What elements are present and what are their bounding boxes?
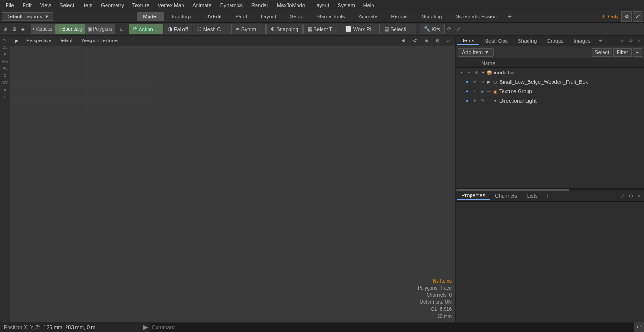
item-eye-texture[interactable]: ● xyxy=(463,88,471,95)
item-ref-mesh[interactable]: ⊕ xyxy=(479,78,486,86)
vertices-btn[interactable]: • Vertices xyxy=(31,24,55,34)
viewport-canvas[interactable]: 2 X Z No Items Polygons : Face Channels:… xyxy=(10,46,455,322)
symmetry-btn[interactable]: ⇔ Symm ... xyxy=(231,24,266,34)
sidebar-item-p[interactable]: P xyxy=(1,51,9,57)
vp-rotate-icon[interactable]: ↺ xyxy=(410,38,420,44)
tab-mesh-ops[interactable]: Mesh Ops xyxy=(479,37,512,45)
select-tool-btn[interactable]: ▦ Select T... xyxy=(303,24,340,34)
kits-btn[interactable]: 🔧 Kits xyxy=(420,24,445,34)
snap-toggle-btn[interactable]: ◈ xyxy=(19,24,27,34)
command-input[interactable] xyxy=(150,323,634,332)
item-row-root[interactable]: ● + ⊕ ▼ 📦 modo.lxo xyxy=(456,68,644,77)
props-close-icon[interactable]: × xyxy=(636,192,643,200)
item-eye2-light[interactable]: + xyxy=(471,97,479,105)
panel-close-icon[interactable]: × xyxy=(636,37,643,45)
action-btn[interactable]: ⟳ Action ... xyxy=(129,24,163,34)
tab-shading[interactable]: Shading xyxy=(513,37,541,45)
tab-images[interactable]: Images xyxy=(569,37,595,45)
square-btn[interactable]: □ xyxy=(118,24,125,34)
item-ref-root[interactable]: ⊕ xyxy=(473,69,480,76)
item-ref-light[interactable]: ⊕ xyxy=(479,97,486,105)
layout-tab-scripting[interactable]: Scripting xyxy=(415,12,449,21)
items-filter-btn[interactable]: Filter xyxy=(613,48,631,57)
menu-animate[interactable]: Animate xyxy=(189,1,215,9)
layout-tab-topology[interactable]: Topology xyxy=(165,12,198,21)
props-settings-icon[interactable]: ⚙ xyxy=(627,192,635,200)
layout-tab-uvedit[interactable]: UVEdit xyxy=(199,12,228,21)
vp-maximize-icon[interactable]: ⤢ xyxy=(444,38,454,44)
menu-system[interactable]: System xyxy=(334,1,359,9)
vp-toggle-btn[interactable]: ▶ xyxy=(12,38,22,44)
layout-tab-setup[interactable]: Setup xyxy=(283,12,310,21)
menu-geometry[interactable]: Geometry xyxy=(97,1,127,9)
items-select-btn[interactable]: Select xyxy=(592,48,613,57)
menu-dynamics[interactable]: Dynamics xyxy=(216,1,247,9)
vp-texture-btn[interactable]: Viewport Textures xyxy=(78,38,121,44)
sidebar-item-de[interactable]: De xyxy=(1,37,9,43)
panel-settings-icon[interactable]: ⚙ xyxy=(627,37,635,45)
layout-tab-schematic[interactable]: Schematic Fusion xyxy=(449,12,503,21)
props-tab-lists[interactable]: Lists xyxy=(522,192,543,200)
vp-shading-btn[interactable]: Default xyxy=(56,38,76,44)
layout-maximize-btn[interactable]: ⤢ xyxy=(633,11,643,22)
tb-icon-btn2[interactable]: ⤢ xyxy=(454,24,462,34)
sidebar-item-dup[interactable]: Du xyxy=(1,44,9,50)
props-tab-channels[interactable]: Channels xyxy=(490,192,521,200)
tb-icon-btn1[interactable]: ⟳ xyxy=(445,24,454,34)
menu-vertex-map[interactable]: Vertex Map xyxy=(154,1,188,9)
layout-tab-model[interactable]: Model xyxy=(137,12,164,21)
item-eye2-root[interactable]: + xyxy=(465,69,473,76)
sidebar-item-c[interactable]: C xyxy=(1,72,9,79)
props-tab-add[interactable]: + xyxy=(543,192,552,201)
items-list[interactable]: ● + ⊕ ▼ 📦 modo.lxo ● + ⊕ ▶ ⬡ Small_Low_B… xyxy=(456,68,644,188)
item-expand-mesh[interactable]: ▶ xyxy=(486,78,492,86)
sidebar-item-po[interactable]: Po xyxy=(1,65,9,72)
sidebar-item-e[interactable]: E xyxy=(1,86,9,93)
menu-item[interactable]: Item xyxy=(79,1,96,9)
star-only-btn[interactable]: ★ Only xyxy=(598,13,621,19)
viewport-options-btn[interactable]: ⊕ xyxy=(1,24,9,34)
snapping-btn[interactable]: ⊕ Snapping xyxy=(266,24,303,34)
falloff-btn[interactable]: ◑ Falloff xyxy=(164,24,192,34)
menu-select[interactable]: Select xyxy=(56,1,78,9)
polygons-btn[interactable]: ▣ Polygons xyxy=(85,24,115,34)
menu-texture[interactable]: Texture xyxy=(129,1,153,9)
props-tab-properties[interactable]: Properties xyxy=(457,192,490,200)
menu-render[interactable]: Render xyxy=(248,1,272,9)
vp-move-icon[interactable]: ✥ xyxy=(399,38,408,44)
sidebar-item-f[interactable]: F xyxy=(1,93,9,100)
item-eye-mesh[interactable]: ● xyxy=(463,78,471,86)
layout-tab-layout[interactable]: Layout xyxy=(254,12,283,21)
item-ref-texture[interactable]: ⊕ xyxy=(479,88,486,95)
item-eye2-texture[interactable]: + xyxy=(471,88,479,95)
menu-file[interactable]: File xyxy=(2,1,18,9)
layout-tab-add[interactable]: + xyxy=(504,11,515,22)
mesh-btn[interactable]: ⬡ Mesh C ... xyxy=(193,24,231,34)
panel-tab-add[interactable]: + xyxy=(596,36,605,45)
boundary-btn[interactable]: ◻ Boundary xyxy=(55,24,85,34)
menu-layout[interactable]: Layout xyxy=(310,1,333,9)
panel-expand-icon[interactable]: ⤢ xyxy=(619,37,626,45)
sidebar-item-me[interactable]: Me xyxy=(1,58,9,65)
item-expand-root[interactable]: ▼ xyxy=(480,69,486,76)
command-prompt-arrow[interactable]: ▶ xyxy=(141,324,150,331)
selection-btn[interactable]: ▤ Selecti ... xyxy=(380,24,416,34)
tab-items[interactable]: Items xyxy=(457,37,479,45)
vp-perspective-btn[interactable]: Perspective xyxy=(24,38,54,44)
item-expand-texture[interactable]: ─ xyxy=(486,88,492,95)
layout-dropdown[interactable]: Default Layouts ▼ xyxy=(2,12,53,21)
item-row-light[interactable]: ● + ⊕ ─ ✦ Directional Light xyxy=(456,96,644,105)
item-row-mesh[interactable]: ● + ⊕ ▶ ⬡ Small_Low_Beige_Wooden_Fruit_B… xyxy=(456,77,644,87)
vp-zoom-icon[interactable]: ⊕ xyxy=(421,38,431,44)
menu-maxtomode[interactable]: MaxToModo xyxy=(273,1,309,9)
tab-groups[interactable]: Groups xyxy=(542,37,568,45)
menu-view[interactable]: View xyxy=(36,1,55,9)
layout-tab-paint[interactable]: Paint xyxy=(229,12,254,21)
work-plane-btn[interactable]: ⬜ Work Pl... xyxy=(341,24,380,34)
vp-fit-icon[interactable]: ⊞ xyxy=(433,38,442,44)
layout-tab-gametools[interactable]: Game Tools xyxy=(311,12,352,21)
menu-help[interactable]: Help xyxy=(360,1,378,9)
items-minus-btn[interactable]: − xyxy=(633,48,642,57)
layout-settings-btn[interactable]: ⚙ xyxy=(621,11,632,22)
item-expand-light[interactable]: ─ xyxy=(486,97,492,105)
